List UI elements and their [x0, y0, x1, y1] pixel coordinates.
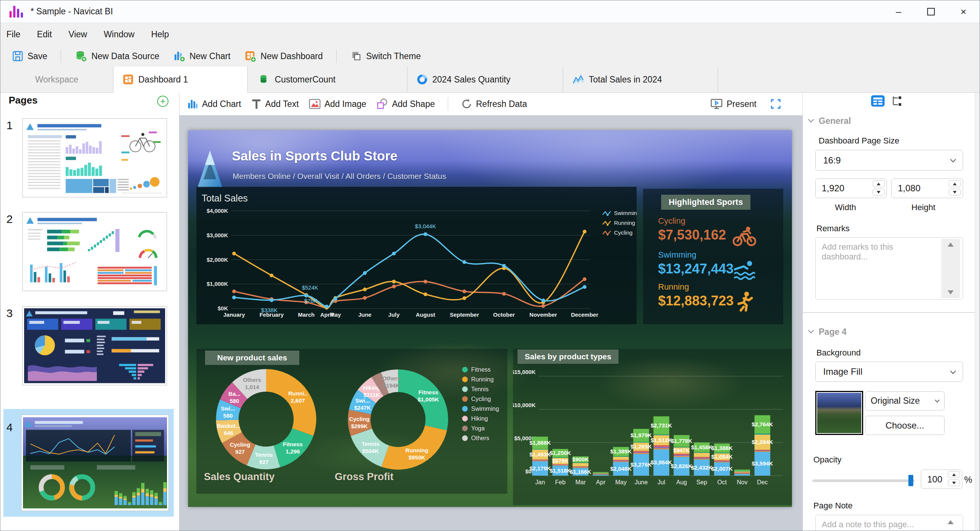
svg-text:$1,518K: $1,518K [550, 468, 571, 474]
svg-text:$1,054K: $1,054K [711, 453, 733, 460]
svg-text:$338K: $338K [261, 307, 277, 313]
menu-file[interactable]: File [6, 29, 21, 40]
choose-image-button[interactable]: Choose... [865, 416, 945, 435]
page-section-header[interactable]: Page 4 [819, 327, 846, 337]
new-chart-button[interactable]: New Chart [170, 48, 234, 64]
svg-text:Feb: Feb [555, 479, 566, 485]
present-button[interactable]: Present [710, 98, 756, 110]
new-dashboard-button[interactable]: New Dashboard [241, 48, 326, 64]
page-thumbnail-3[interactable] [22, 306, 167, 385]
legend-item: Tennis [462, 386, 499, 393]
chart-title: Total Sales [202, 193, 248, 204]
page-note-scrollbar[interactable] [941, 516, 960, 531]
background-image-thumbnail[interactable] [815, 391, 863, 435]
svg-text:August: August [416, 311, 435, 318]
add-text-button[interactable]: Add Text [251, 98, 299, 109]
svg-text:$2,764K: $2,764K [752, 421, 773, 428]
tab-customercount[interactable]: CustomerCount [250, 67, 407, 92]
svg-text:$4,000K: $4,000K [207, 208, 228, 214]
page-note-label: Page Note [813, 501, 853, 510]
page-number-4: 4 [6, 421, 13, 434]
tab-2024-sales-quantity[interactable]: 2024 Sales Quantity [407, 67, 563, 92]
minimize-button[interactable]: – [882, 0, 915, 23]
opacity-slider-track[interactable] [812, 479, 915, 482]
legend-label: Others [471, 435, 489, 442]
add-page-button[interactable]: + [157, 96, 169, 107]
tab-dashboard-1[interactable]: Dashboard 1 [113, 67, 248, 93]
thumbnail-preview [24, 214, 165, 289]
total-sales-chart[interactable]: Total Sales $0K$1,000K$2,000K$3,000K$4,0… [196, 187, 636, 324]
image-size-select[interactable]: Original Size [865, 391, 945, 411]
dashboard-properties-view-button[interactable] [871, 95, 885, 107]
opacity-input[interactable]: 100 [921, 470, 962, 489]
new-data-source-button[interactable]: New Data Source [72, 48, 162, 64]
page-size-label: Dashboard Page Size [819, 136, 899, 146]
height-input[interactable]: 1,080 [891, 179, 963, 198]
legend-dot [462, 387, 468, 392]
legend-label: Swimming [471, 406, 499, 412]
remarks-scrollbar[interactable] [941, 239, 960, 298]
new-chart-icon [173, 50, 186, 62]
height-stepper[interactable] [949, 181, 961, 195]
sales-quantity-caption: Sales Quantity [204, 471, 275, 483]
add-chart-button[interactable]: Add Chart [187, 98, 241, 109]
opacity-stepper[interactable] [948, 471, 960, 486]
navicat-bi-logo-icon [10, 6, 24, 18]
page-size-select[interactable]: 16:9 [815, 150, 963, 171]
switch-theme-button[interactable]: Switch Theme [347, 49, 424, 63]
width-stepper[interactable] [873, 181, 885, 195]
page-thumbnail-1[interactable] [22, 118, 167, 197]
structure-view-button[interactable] [890, 95, 902, 107]
panel-scrollbar[interactable] [975, 93, 980, 531]
menu-view[interactable]: View [68, 29, 87, 40]
tab-workspace[interactable]: Workspace [0, 67, 113, 92]
new-product-sales-panel[interactable]: New product sales Runni..2,607Fitness1,2… [196, 349, 508, 494]
menu-window[interactable]: Window [103, 29, 135, 40]
svg-text:$1,979K: $1,979K [631, 432, 652, 438]
add-shape-icon [376, 98, 388, 109]
highlighted-sports-panel[interactable]: Highlighted Sports Cycling $7,530,162 Sw… [643, 189, 783, 324]
svg-text:June: June [635, 479, 648, 485]
background-fill-select[interactable]: Image Fill [815, 361, 963, 382]
svg-text:$3,044K: $3,044K [415, 223, 436, 229]
gross-profit-caption: Gross Profit [335, 471, 393, 483]
save-button[interactable]: Save [9, 49, 50, 63]
menu-edit[interactable]: Edit [37, 29, 52, 40]
new-data-source-icon [75, 50, 88, 62]
sports-store-logo-icon [197, 150, 223, 189]
legend-dot [462, 406, 468, 412]
sales-by-product-types-svg: $0K$5,000K$10,000K$15,000K$2,179K$1,493K… [513, 349, 792, 505]
maximize-icon [927, 8, 935, 16]
opacity-slider-handle[interactable] [908, 475, 913, 486]
page-thumbnail-2[interactable] [22, 212, 167, 291]
svg-text:May: May [615, 479, 627, 485]
page-number-3: 3 [6, 307, 13, 320]
swimming-icon [733, 260, 756, 281]
add-image-button[interactable]: Add Image [309, 98, 366, 109]
menu-bar: File Edit View Window Help [0, 23, 980, 46]
close-button[interactable]: × [947, 0, 980, 23]
svg-text:Sep: Sep [697, 479, 708, 485]
tab-total-sales-in-2024[interactable]: Total Sales in 2024 [563, 67, 718, 92]
fullscreen-button[interactable] [770, 98, 781, 109]
svg-text:October: October [493, 311, 515, 318]
chevron-down-icon[interactable] [808, 117, 814, 123]
width-input[interactable]: 1,920 [815, 179, 887, 198]
dashboard-workspace: Sales in Sports Club Store Members Onlin… [180, 115, 802, 531]
svg-text:$76K: $76K [304, 298, 317, 304]
menu-help[interactable]: Help [151, 29, 169, 40]
maximize-button[interactable] [915, 0, 947, 23]
sales-by-product-types-panel[interactable]: Sales by product types $0K$5,000K$10,000… [513, 349, 792, 505]
total-sales-line-svg: $0K$1,000K$2,000K$3,000K$4,000KJanuaryFe… [196, 187, 636, 324]
chevron-down-icon[interactable] [808, 328, 814, 334]
general-section-header[interactable]: General [819, 116, 851, 126]
svg-text:Apr: Apr [596, 479, 606, 485]
pages-sidebar: Pages + 1 [0, 93, 180, 531]
refresh-data-button[interactable]: Refresh Data [461, 98, 527, 109]
svg-text:$1,493K: $1,493K [530, 451, 551, 458]
legend-label: Yoga [471, 425, 485, 432]
svg-text:$10,000K: $10,000K [513, 402, 536, 408]
svg-text:January: January [223, 311, 245, 318]
add-shape-button[interactable]: Add Shape [376, 98, 435, 109]
page-thumbnail-4[interactable] [21, 415, 169, 511]
